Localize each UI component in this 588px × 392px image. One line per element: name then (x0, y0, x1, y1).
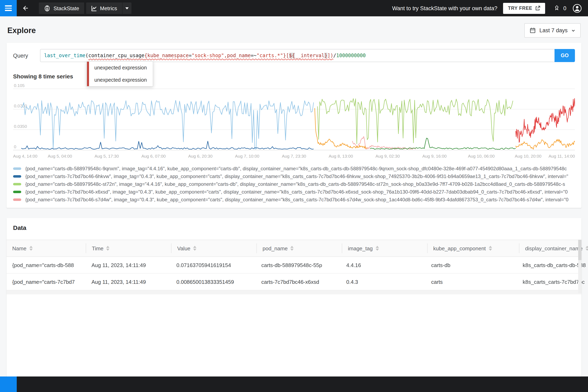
sort-desc-icon (193, 249, 196, 251)
column-header-label: Value (177, 245, 190, 251)
time-range-picker[interactable]: Last 7 days (524, 23, 581, 38)
main-content: Explore Last 7 days Query last_over_time… (0, 16, 588, 376)
query-label: Query (13, 52, 40, 58)
legend-label: {pod_name="carts-db-588979548c-st72n", i… (25, 181, 565, 187)
legend-swatch (13, 183, 21, 185)
x-axis-tick-label: Aug 11, 14:00 (548, 154, 575, 158)
table-cell: Aug 11, 2023, 14:11:49 (86, 279, 171, 285)
query-token: ) (330, 53, 333, 58)
table-cell: 0.07163705941619154 (171, 262, 256, 268)
go-button[interactable]: GO (554, 49, 575, 62)
try-free-label: TRY FREE (508, 6, 532, 10)
metrics-chart-icon (91, 5, 97, 11)
sort-icon (193, 246, 196, 251)
x-axis-tick-label: Aug 5, 04:00 (48, 154, 72, 158)
query-token: "carts.*" (257, 53, 283, 58)
table-cell: 0.008650013833351459 (171, 279, 256, 285)
column-header-display-container-name[interactable]: display_container_name (519, 243, 588, 253)
gridline (13, 150, 575, 150)
legend-item[interactable]: {pod_name="carts-7c7bd7bc46-x6xsd", imag… (13, 189, 575, 194)
sort-asc-icon (29, 246, 32, 248)
error-message: unexpected expression (89, 62, 152, 74)
series-line-series-orange (314, 108, 367, 148)
x-axis-tick-label: Aug 9, 16:00 (422, 154, 446, 158)
column-header-label: Name (12, 245, 26, 251)
error-accent-bar (87, 62, 89, 86)
query-input[interactable]: last_over_time(container_cpu_usage{kube_… (40, 49, 554, 62)
query-token: "sock-shop" (192, 53, 224, 58)
table-cell: carts-db-588979548c-55p (256, 262, 340, 268)
query-token: , (224, 53, 227, 58)
x-axis-tick-label: Aug 6, 20:30 (188, 154, 212, 158)
x-axis-tick-label: Aug 4, 14:00 (13, 154, 37, 158)
metrics-view-button[interactable]: Metrics (86, 2, 122, 14)
query-token: container_cpu_usage (88, 53, 144, 58)
query-token: __interval (295, 53, 324, 58)
try-free-button[interactable]: TRY FREE (503, 3, 545, 14)
query-token: pod_name (227, 53, 251, 58)
legend-item[interactable]: {pod_name="carts-db-588979548c-9qnxm", i… (13, 166, 575, 171)
sort-asc-icon (193, 246, 196, 248)
query-token: { (144, 53, 147, 58)
sort-desc-icon (290, 249, 294, 251)
avatar-icon[interactable] (572, 3, 582, 13)
series-line-carts-7c7bd7bc46-s7d4w (352, 136, 416, 150)
legend-item[interactable]: {pod_name="carts-7c7bd7bc46-6hkvw", imag… (13, 174, 575, 179)
x-axis-tick-label: Aug 10, 20:00 (515, 154, 542, 158)
sort-icon (29, 246, 32, 251)
table-cell: {pod_name="carts-db-588 (6, 262, 86, 268)
column-header-label: kube_app_component (433, 245, 486, 251)
table-cell: carts (426, 279, 517, 285)
pin-icon (554, 5, 560, 12)
sort-desc-icon (106, 249, 110, 251)
column-header-time[interactable]: Time (86, 243, 171, 253)
legend-item[interactable]: {pod_name="carts-db-588979548c-st72n", i… (13, 181, 575, 186)
query-token: ${ (289, 53, 295, 58)
table-cell: carts-7c7bd7bc46-x6xsd (256, 279, 340, 285)
sort-desc-icon (29, 249, 32, 251)
table-cell: 4.4.16 (340, 262, 426, 268)
x-axis-tick-label: Aug 7, 23:30 (282, 154, 306, 158)
column-header-image-tag[interactable]: image_tag (342, 243, 427, 253)
column-header-kube-app-component[interactable]: kube_app_component (427, 243, 519, 253)
sort-icon (290, 246, 294, 251)
stackstate-product-button[interactable]: StackState (39, 2, 84, 14)
column-header-value[interactable]: Value (171, 243, 256, 253)
query-token: last_over_time (44, 53, 85, 58)
column-header-name[interactable]: Name (6, 243, 86, 253)
bottom-bar (0, 376, 588, 392)
column-header-pod-name[interactable]: pod_name (256, 243, 342, 253)
table-scrollbar[interactable] (578, 240, 582, 293)
view-dropdown-button[interactable] (122, 2, 132, 14)
back-button[interactable] (17, 0, 35, 16)
legend-item[interactable]: {pod_name="carts-7c7bd7bc46-s7d4w", imag… (13, 197, 575, 202)
table-scrollbar-thumb[interactable] (578, 240, 582, 260)
pin-count: 0 (563, 5, 566, 11)
series-line-carts-7c7bd7bc46-6hkvw (21, 141, 314, 150)
stackstate-logo (44, 5, 51, 12)
page-title: Explore (7, 26, 36, 35)
legend-label: {pod_name="carts-7c7bd7bc46-x6xsd", imag… (25, 189, 568, 194)
series-line-carts-db-588979548c-9qnxm (21, 100, 314, 149)
sort-desc-icon (488, 249, 492, 251)
series-line-series-red (516, 98, 575, 142)
legend-swatch (13, 167, 21, 170)
legend-swatch (13, 198, 21, 201)
x-axis: Aug 4, 14:00Aug 5, 04:00Aug 5, 17:30Aug … (13, 152, 575, 161)
series-line-carts-db-588979548c-st72n (318, 98, 513, 144)
sort-asc-icon (290, 246, 294, 248)
x-axis-tick-label: Aug 5, 17:30 (94, 154, 119, 158)
view-label: Metrics (100, 5, 117, 11)
column-header-label: display_container_name (525, 245, 583, 251)
table-header-row: NameTimeValuepod_nameimage_tagkube_app_c… (6, 240, 582, 257)
error-message: unexpected expression (89, 74, 152, 86)
chart-plot[interactable]: 0.1050.07000.03500 (13, 88, 575, 150)
query-card: Query last_over_time(container_cpu_usage… (6, 43, 582, 208)
legend-label: {pod_name="carts-7c7bd7bc46-6hkvw", imag… (25, 173, 568, 179)
sort-asc-icon (376, 246, 379, 248)
hamburger-menu-button[interactable] (0, 0, 17, 16)
x-axis-tick-label: Aug 9, 02:30 (376, 154, 400, 158)
pinned-items-button[interactable]: 0 (554, 5, 566, 12)
sort-icon (488, 246, 492, 251)
table-cell: {pod_name="carts-7c7bd7 (6, 279, 86, 285)
